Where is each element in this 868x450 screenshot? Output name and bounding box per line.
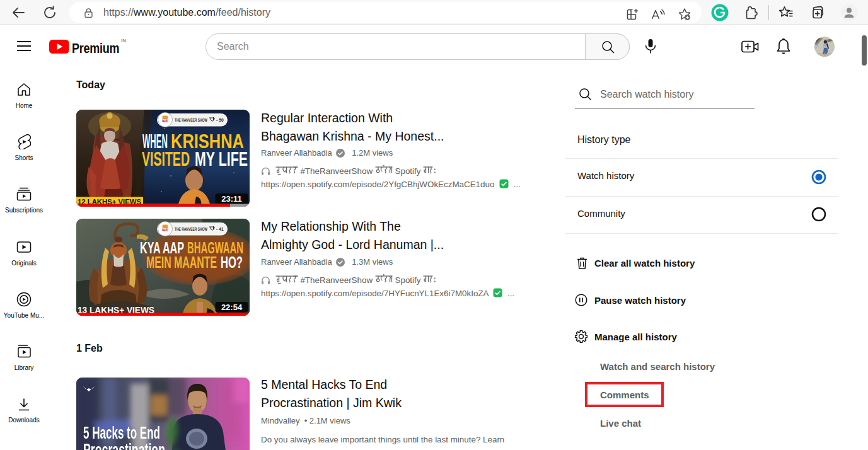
svg-text:THE RANVEER SHOW: THE RANVEER SHOW [175, 118, 207, 122]
svg-text:HO?: HO? [221, 253, 243, 271]
svg-text:VISITED: VISITED [142, 148, 190, 170]
svg-text:- 50: - 50 [216, 118, 224, 122]
svg-text:Premium: Premium [72, 40, 119, 55]
svg-text:Procrastination: Procrastination [83, 441, 165, 450]
svg-text:22:54: 22:54 [221, 303, 243, 312]
svg-text:MEIN MAANTE: MEIN MAANTE [146, 253, 217, 271]
svg-text:- 41: - 41 [216, 227, 224, 231]
svg-text:THE RANVEER SHOW: THE RANVEER SHOW [175, 227, 207, 231]
svg-text:TRS: TRS [162, 119, 168, 122]
svg-text:23:11: 23:11 [221, 194, 242, 204]
svg-text:5 Hacks to End: 5 Hacks to End [83, 424, 160, 442]
svg-text:IN: IN [121, 38, 126, 43]
svg-text:MY LIFE: MY LIFE [195, 148, 248, 170]
svg-text:TRS: TRS [162, 228, 168, 231]
